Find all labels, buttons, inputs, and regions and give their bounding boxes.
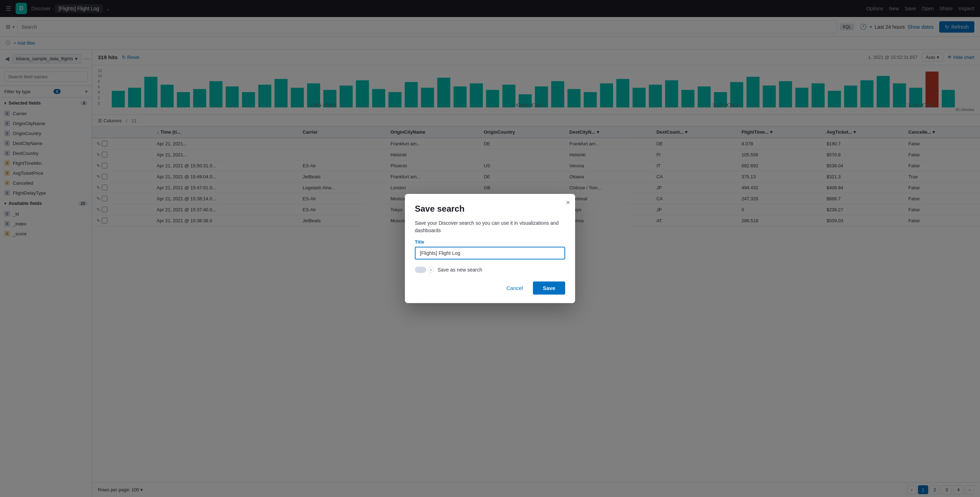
save-as-new-label: Save as new search (438, 267, 482, 273)
save-search-modal: × Save search Save your Discover search … (405, 194, 575, 303)
cancel-button[interactable]: Cancel (501, 281, 529, 295)
modal-actions: Cancel Save (415, 281, 565, 295)
modal-overlay: × Save search Save your Discover search … (0, 0, 980, 497)
save-as-new-toggle[interactable] (415, 267, 426, 273)
modal-title-input[interactable] (415, 247, 565, 259)
modal-title: Save search (415, 204, 565, 214)
save-as-new-row: × Save as new search (415, 267, 565, 273)
save-button[interactable]: Save (533, 281, 565, 295)
modal-close-button[interactable]: × (566, 199, 570, 206)
toggle-x-icon[interactable]: × (428, 267, 434, 273)
modal-title-label: Title (415, 239, 565, 245)
modal-description: Save your Discover search so you can use… (415, 219, 565, 234)
